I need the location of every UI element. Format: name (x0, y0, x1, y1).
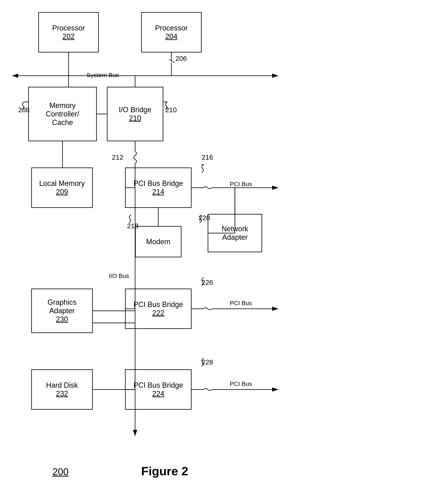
io-bus-label: I/O Bus (109, 273, 129, 279)
graphics-adapter-label: GraphicsAdapter (47, 298, 76, 315)
pci-bus-bridge-224-num: 224 (152, 390, 164, 398)
ref-216: 216 (202, 153, 213, 161)
pci-bus-bridge-222-label: PCI Bus Bridge (134, 300, 183, 309)
hard-disk-num: 232 (56, 390, 68, 398)
ref-218: 218 (127, 222, 138, 230)
local-memory-num: 209 (56, 188, 68, 196)
modem-box: Modem (135, 226, 182, 257)
network-adapter-label: NetworkAdapter (222, 225, 248, 241)
processor-204-num: 204 (165, 32, 177, 41)
svg-line-5 (169, 59, 174, 63)
hard-disk-label: Hard Disk (46, 381, 78, 390)
local-memory-box: Local Memory 209 (31, 167, 93, 208)
network-adapter-box: NetworkAdapter (208, 214, 262, 252)
io-bridge-label: I/O Bridge (119, 106, 152, 114)
pci-bus-bridge-214-label: PCI Bus Bridge (134, 179, 183, 188)
pci-bus-label-1: PCI Bus (230, 181, 252, 188)
system-bus-label: System Bus (87, 72, 119, 78)
ref-208: 208 (18, 106, 30, 114)
processor-204-label: Processor (155, 24, 188, 32)
ref-206: 206 (176, 55, 187, 62)
graphics-adapter-num: 230 (56, 315, 68, 323)
local-memory-label: Local Memory (39, 179, 85, 188)
diagram-container: Processor 202 Processor 204 MemoryContro… (0, 0, 448, 489)
processor-202-num: 202 (63, 32, 75, 41)
pci-bus-bridge-224-box: PCI Bus Bridge 224 (125, 369, 192, 410)
pci-bus-bridge-222-num: 222 (152, 309, 164, 317)
pci-bus-label-3: PCI Bus (230, 381, 252, 387)
io-bridge-num: 210 (129, 114, 141, 123)
pci-bus-label-2: PCI Bus (230, 300, 252, 307)
pci-bus-bridge-214-num: 214 (152, 188, 164, 196)
memory-controller-label: MemoryController/Cache (46, 101, 79, 127)
ref-220: 220 (199, 214, 210, 222)
processor-202-box: Processor 202 (38, 12, 99, 52)
pci-bus-bridge-214-box: PCI Bus Bridge 214 (125, 167, 192, 208)
pci-bus-bridge-222-box: PCI Bus Bridge 222 (125, 289, 192, 329)
processor-204-box: Processor 204 (141, 12, 202, 52)
figure-label: Figure 2 (141, 464, 188, 478)
figure-ref-num: 200 (52, 466, 69, 477)
ref-212: 212 (112, 153, 123, 161)
ref-228: 228 (202, 358, 213, 366)
ref-226: 226 (202, 279, 213, 286)
processor-202-label: Processor (52, 24, 85, 32)
pci-bus-bridge-224-label: PCI Bus Bridge (134, 381, 183, 390)
graphics-adapter-box: GraphicsAdapter 230 (31, 289, 93, 333)
io-bridge-box: I/O Bridge 210 (107, 87, 163, 141)
modem-label: Modem (146, 238, 170, 246)
ref-210: 210 (165, 106, 177, 114)
memory-controller-box: MemoryController/Cache (28, 87, 97, 141)
hard-disk-box: Hard Disk 232 (31, 369, 93, 410)
